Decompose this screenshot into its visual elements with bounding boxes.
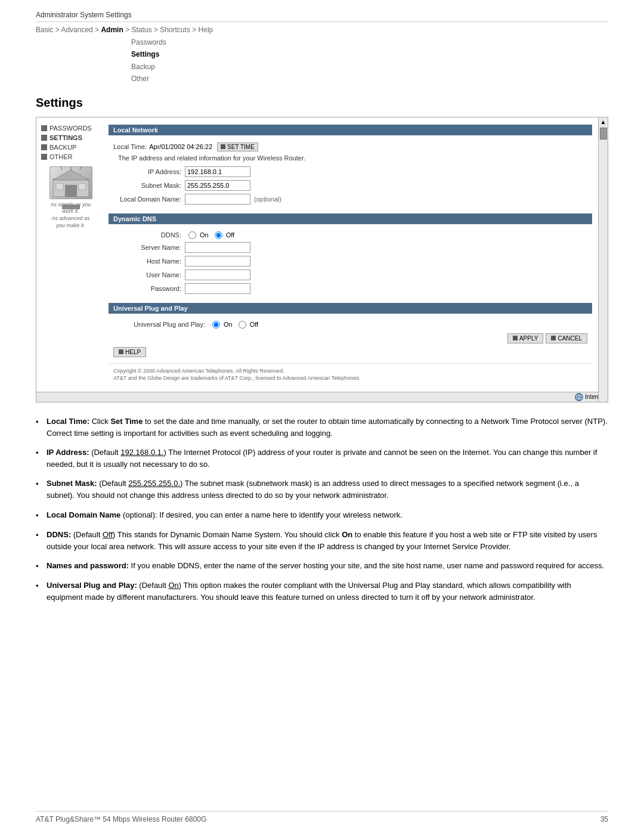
trademark-text: AT&T and the Globe Design are trademarks… [113, 374, 587, 382]
svg-rect-3 [56, 184, 63, 190]
bullet-ip-address: • IP Address: (Default 192.168.0.1.) The… [36, 447, 608, 470]
bullet-ddns: • DDNS: (Default Off) This stands for Dy… [36, 529, 608, 553]
svg-line-7 [80, 167, 81, 170]
sidebar-item-backup[interactable]: BACKUP [41, 144, 100, 151]
local-time-label: Local Time: [113, 143, 147, 150]
set-time-icon [221, 144, 225, 149]
sidebar-icon-settings [41, 135, 47, 141]
upnp-default-value: On [168, 581, 178, 590]
local-network-info: The IP address and related information f… [118, 154, 587, 162]
browser-status-bar: Internet [36, 392, 608, 402]
set-time-button[interactable]: SET TIME [217, 143, 258, 151]
ddns-off-radio[interactable] [215, 231, 222, 239]
ip-default-value: 192.168.0.1. [120, 448, 163, 457]
local-network-header: Local Network [109, 125, 592, 135]
upnp-on-label: On [224, 321, 233, 328]
bullet-term-ddns: DDNS: [47, 530, 71, 539]
ddns-off-label: Off [226, 231, 234, 239]
subnet-mask-input[interactable] [185, 180, 250, 191]
local-domain-row: Local Domain Name: (optional) [113, 194, 587, 205]
upnp-label: Universal Plug and Play: [113, 321, 209, 328]
page-title: Administrator System Settings [36, 11, 608, 22]
page-number: 35 [600, 815, 608, 823]
subnet-mask-label: Subnet Mask: [113, 182, 185, 189]
sidebar-icon-passwords [41, 125, 47, 131]
password-input[interactable] [185, 283, 250, 294]
local-time-row: Local Time: Apr/01/2002 04:26:22 SET TIM… [113, 143, 587, 151]
svg-line-5 [61, 167, 62, 170]
subnav-other[interactable]: Other [131, 73, 608, 85]
bullet-subnet: • Subnet Mask: (Default 255.255.255.0.) … [36, 478, 608, 501]
user-name-row: User Name: [113, 270, 587, 280]
sidebar-icon-other [41, 154, 47, 160]
server-name-input[interactable] [185, 242, 250, 253]
scroll-thumb[interactable] [600, 128, 607, 140]
upnp-body: Universal Plug and Play: On Off [109, 318, 592, 363]
sidebar-item-passwords[interactable]: PASSWORDS [41, 125, 100, 132]
ddns-row: DDNS: On Off [113, 231, 587, 239]
local-domain-input[interactable] [185, 194, 250, 205]
browser-footer: Copyright © 2000 Advanced American Telep… [109, 363, 592, 385]
bullet-set-time-bold: Set Time [110, 417, 143, 426]
upnp-header: Universal Plug and Play [109, 303, 592, 314]
breadcrumb-status[interactable]: Status [131, 26, 151, 34]
dynamic-dns-body: DDNS: On Off Server Name: [109, 229, 592, 303]
help-button[interactable]: HELP [113, 347, 146, 357]
cancel-button[interactable]: CANCEL [546, 333, 587, 343]
upnp-radio-group: On Off [209, 321, 258, 329]
ddns-radio-group: On Off [185, 231, 234, 239]
bullet-local-domain: • Local Domain Name (optional): If desir… [36, 509, 608, 522]
page-footer: AT&T Plug&Share™ 54 Mbps Wireless Router… [36, 811, 608, 823]
host-name-row: Host Name: [113, 256, 587, 267]
upnp-row: Universal Plug and Play: On Off [113, 321, 587, 329]
upnp-off-label: Off [250, 321, 258, 328]
bullet-on-bold: On [342, 530, 352, 539]
svg-rect-4 [79, 184, 86, 190]
bullet-local-time: • Local Time: Click Set Time to set the … [36, 416, 608, 439]
body-text: • Local Time: Click Set Time to set the … [36, 416, 608, 604]
host-name-label: Host Name: [113, 258, 185, 265]
breadcrumb-help[interactable]: Help [199, 26, 213, 34]
ddns-label: DDNS: [113, 231, 185, 239]
apply-icon [513, 336, 518, 340]
password-label: Password: [113, 285, 185, 292]
bullet-term-subnet: Subnet Mask: [47, 479, 97, 488]
breadcrumb-shortcuts[interactable]: Shortcuts [160, 26, 190, 34]
copyright-text: Copyright © 2000 Advanced American Telep… [113, 367, 587, 375]
product-name: AT&T Plug&Share™ 54 Mbps Wireless Router… [36, 815, 206, 823]
server-name-row: Server Name: [113, 242, 587, 253]
upnp-on-radio[interactable] [212, 321, 220, 329]
apply-button[interactable]: APPLY [507, 333, 544, 343]
user-name-input[interactable] [185, 270, 250, 280]
main-panel: Local Network Local Time: Apr/01/2002 04… [105, 122, 598, 387]
ip-address-input[interactable] [185, 166, 250, 177]
bullet-term-domain: Local Domain Name [47, 510, 120, 519]
sidebar-item-settings[interactable]: SETTINGS [41, 134, 100, 141]
help-icon [119, 349, 123, 354]
cancel-icon [551, 336, 556, 340]
sidebar-icon-backup [41, 144, 47, 150]
bullet-term-names: Names and password: [47, 561, 129, 570]
dynamic-dns-header: Dynamic DNS [109, 213, 592, 224]
svg-marker-1 [53, 170, 89, 180]
subnav-passwords[interactable]: Passwords [131, 36, 608, 48]
ip-address-label: IP Address: [113, 168, 185, 175]
router-image: As simple as you work it. As advanced as… [47, 166, 95, 208]
ddns-on-radio[interactable] [188, 231, 196, 239]
scrollbar[interactable]: ▲ [598, 117, 608, 402]
subnav-backup[interactable]: Backup [131, 61, 608, 73]
host-name-input[interactable] [185, 256, 250, 267]
browser-frame: PASSWORDS SETTINGS BACKUP OTHER [36, 117, 608, 402]
breadcrumb-basic[interactable]: Basic [36, 26, 53, 34]
breadcrumb-advanced[interactable]: Advanced [61, 26, 92, 34]
upnp-off-radio[interactable] [239, 321, 246, 329]
bullet-term-local-time: Local Time: [47, 417, 89, 426]
sidebar-item-other[interactable]: OTHER [41, 153, 100, 160]
breadcrumb-admin[interactable]: Admin [101, 26, 123, 34]
bullet-term-upnp: Universal Plug and Play: [47, 581, 137, 590]
bullet-term-ip: IP Address: [47, 448, 89, 457]
subnav-settings[interactable]: Settings [131, 48, 608, 60]
scroll-arrow-up[interactable]: ▲ [600, 119, 606, 125]
subnet-default-value: 255.255.255.0. [128, 479, 180, 488]
optional-label: (optional) [254, 196, 281, 203]
